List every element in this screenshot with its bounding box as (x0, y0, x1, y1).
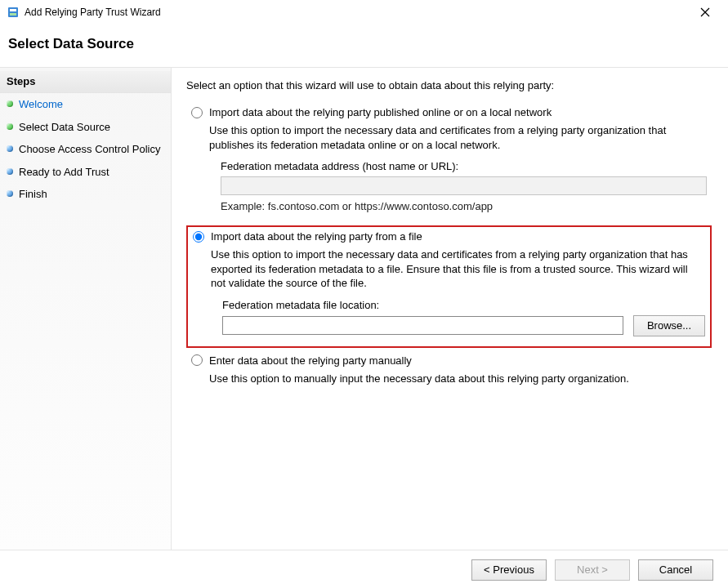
app-icon (7, 6, 20, 19)
close-button[interactable] (689, 2, 721, 22)
cancel-button[interactable]: Cancel (638, 559, 713, 581)
step-finish[interactable]: Finish (0, 183, 171, 206)
option-import-online: Import data about the relying party publ… (186, 103, 712, 222)
option-label: Import data about the relying party publ… (209, 106, 552, 118)
metadata-address-label: Federation metadata address (host name o… (221, 160, 707, 172)
main-panel: Select an option that this wizard will u… (172, 68, 728, 550)
step-bullet-icon (7, 168, 13, 175)
option-label: Enter data about the relying party manua… (209, 354, 412, 367)
previous-button[interactable]: < Previous (471, 559, 547, 581)
option-description: Use this option to manually input the ne… (209, 372, 707, 386)
step-choose-access-control-policy[interactable]: Choose Access Control Policy (0, 138, 171, 161)
option-description: Use this option to import the necessary … (209, 123, 707, 152)
step-ready-to-add-trust[interactable]: Ready to Add Trust (0, 161, 171, 184)
steps-sidebar: Steps Welcome Select Data Source Choose … (0, 68, 172, 550)
metadata-file-label: Federation metadata file location: (222, 299, 705, 311)
radio-import-file[interactable] (193, 231, 204, 243)
steps-header: Steps (0, 71, 171, 93)
step-label: Select Data Source (19, 120, 163, 135)
wizard-body: Steps Welcome Select Data Source Choose … (0, 68, 728, 550)
step-label: Ready to Add Trust (19, 165, 163, 180)
metadata-address-input[interactable] (221, 176, 707, 195)
titlebar: Add Relying Party Trust Wizard (0, 0, 728, 24)
step-bullet-icon (7, 145, 13, 152)
metadata-address-example: Example: fs.contoso.com or https://www.c… (221, 200, 707, 212)
intro-text: Select an option that this wizard will u… (186, 79, 712, 91)
option-label: Import data about the relying party from… (211, 230, 422, 243)
browse-button[interactable]: Browse... (633, 315, 705, 336)
step-bullet-icon (7, 123, 13, 130)
page-title: Select Data Source (8, 36, 720, 52)
wizard-header: Select Data Source (0, 24, 728, 68)
window-title: Add Relying Party Trust Wizard (25, 7, 689, 18)
radio-import-online[interactable] (191, 107, 203, 118)
step-label: Finish (19, 187, 163, 202)
step-label: Welcome (19, 97, 163, 112)
svg-rect-0 (8, 7, 18, 17)
next-button[interactable]: Next > (555, 559, 630, 581)
option-manual: Enter data about the relying party manua… (186, 351, 712, 404)
step-label: Choose Access Control Policy (19, 142, 163, 157)
step-select-data-source[interactable]: Select Data Source (0, 116, 171, 139)
step-bullet-icon (7, 100, 13, 107)
wizard-footer: < Previous Next > Cancel (0, 550, 728, 588)
option-description: Use this option to import the necessary … (211, 247, 705, 291)
radio-manual[interactable] (191, 354, 203, 366)
option-import-file: Import data about the relying party from… (186, 225, 712, 348)
svg-rect-1 (10, 9, 16, 11)
step-bullet-icon (7, 190, 13, 197)
metadata-file-input[interactable] (222, 316, 623, 335)
step-welcome[interactable]: Welcome (0, 93, 171, 116)
close-icon (700, 7, 710, 17)
svg-rect-2 (10, 13, 16, 16)
